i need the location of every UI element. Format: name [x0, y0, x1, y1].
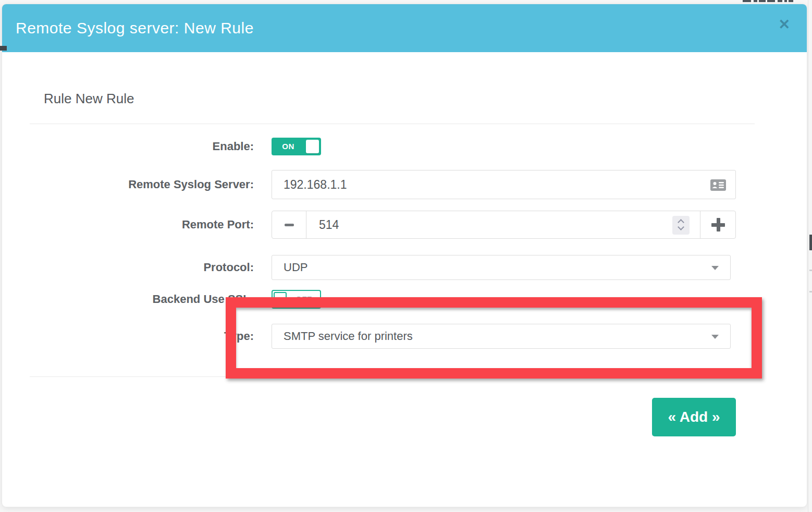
modal-title: Remote Syslog server: New Rule: [16, 4, 254, 52]
scrollbar-mark: [809, 291, 812, 292]
background-artifact: [778, 0, 782, 2]
minus-icon: [285, 224, 294, 226]
divider: [30, 376, 755, 377]
close-icon[interactable]: ✕: [778, 18, 790, 32]
background-artifact: [759, 0, 766, 2]
divider: [30, 124, 755, 124]
scrollbar-thumb[interactable]: [809, 235, 812, 250]
scrollbar-mark: [809, 270, 812, 271]
toggle-knob: [274, 292, 287, 307]
caret-down-icon: [711, 266, 719, 270]
protocol-select[interactable]: UDP: [272, 255, 731, 280]
chevron-down-icon: [678, 224, 684, 230]
background-artifact: [0, 46, 7, 51]
port-decrement-button[interactable]: [272, 211, 306, 238]
background-artifact: [743, 0, 751, 2]
caret-down-icon: [711, 335, 719, 339]
remote-syslog-server-field: [272, 170, 736, 199]
enable-label: Enable:: [2, 138, 254, 155]
background-artifact: [784, 0, 787, 2]
address-card-icon: [710, 179, 726, 191]
toggle-knob: [306, 140, 319, 153]
background-artifact: [789, 0, 793, 2]
remote-syslog-server-input[interactable]: [272, 170, 735, 199]
toggle-off-text: OFF: [288, 291, 319, 308]
remote-port-label: Remote Port:: [2, 216, 254, 233]
page-scrollbar[interactable]: [808, 0, 812, 512]
section-heading: Rule New Rule: [44, 91, 134, 107]
remote-port-field: [306, 211, 700, 238]
add-button[interactable]: « Add »: [652, 398, 736, 436]
type-label: Type:: [2, 328, 254, 345]
backend-use-ssl-toggle[interactable]: OFF: [272, 290, 321, 309]
protocol-label: Protocol:: [2, 259, 254, 276]
type-select[interactable]: SMTP service for printers: [272, 324, 731, 349]
enable-toggle[interactable]: ON: [272, 138, 321, 155]
plus-icon: [717, 218, 720, 231]
protocol-selected-value: UDP: [284, 255, 307, 279]
modal-header: Remote Syslog server: New Rule ✕: [2, 4, 807, 52]
page: Remote Syslog server: New Rule ✕ Rule Ne…: [0, 0, 812, 512]
remote-port-group: [272, 211, 736, 239]
backend-use-ssl-label: Backend Use SSL:: [2, 291, 254, 308]
port-spinner[interactable]: [672, 216, 690, 235]
remote-port-input[interactable]: [306, 211, 700, 238]
type-selected-value: SMTP service for printers: [284, 324, 413, 348]
background-artifact: [754, 0, 757, 2]
port-increment-button[interactable]: [700, 211, 735, 238]
remote-syslog-server-label: Remote Syslog Server:: [2, 176, 254, 193]
background-artifact: [767, 0, 775, 2]
toggle-on-text: ON: [272, 138, 305, 155]
modal-dialog: Remote Syslog server: New Rule ✕ Rule Ne…: [2, 4, 807, 507]
